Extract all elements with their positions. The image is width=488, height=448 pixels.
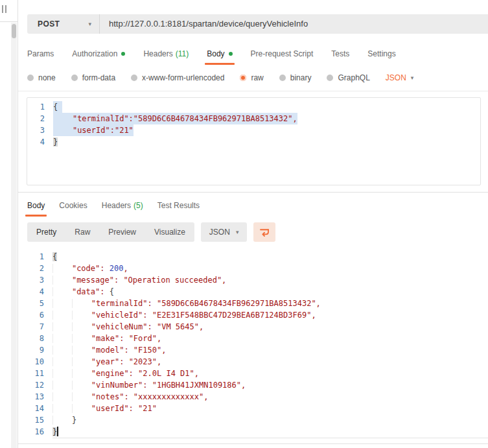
code-line: 6 "vehicleId": "E2E31F548BBC47D29BEA6B71…	[27, 309, 488, 321]
code-line: 2 "code": 200,	[27, 263, 488, 274]
tab-headers[interactable]: Headers(11)	[143, 49, 189, 60]
response-tab-body[interactable]: Body	[27, 201, 45, 211]
body-language-label: JSON	[386, 73, 406, 82]
view-mode-visualize[interactable]: Visualize	[145, 222, 194, 242]
line-number: 1	[27, 101, 53, 113]
chevron-down-icon: ▾	[88, 21, 91, 27]
view-mode-raw[interactable]: Raw	[65, 222, 99, 242]
code-line-text: "notes": "xxxxxxxxxxxxx",	[52, 391, 208, 403]
rail-divider	[0, 21, 17, 22]
code-line-text: "code": 200,	[52, 263, 128, 274]
tab-params[interactable]: Params	[27, 49, 54, 60]
line-number: 3	[27, 124, 53, 136]
body-type-none[interactable]: none	[27, 73, 56, 82]
panel-drag-handle-icon[interactable]	[2, 5, 6, 13]
code-line: 7 "vehicleNum": "VM 5645",	[27, 321, 488, 333]
tab-label: Body	[27, 201, 45, 210]
tab-authorization[interactable]: Authorization	[72, 49, 125, 60]
radio-icon	[327, 75, 333, 81]
code-line: 13 "notes": "xxxxxxxxxxxxx",	[27, 391, 488, 403]
body-type-raw[interactable]: raw	[240, 73, 263, 82]
line-number: 2	[27, 113, 53, 124]
tab-label: Params	[27, 49, 54, 58]
tab-label: Body	[207, 49, 224, 58]
code-line-text: "engine": "2.0L I4 D1",	[52, 368, 199, 379]
code-line-text: }	[52, 414, 76, 426]
code-line: 16}	[27, 426, 488, 438]
code-line-text: "vehicleId": "E2E31F548BBC47D29BEA6B7124…	[52, 309, 316, 321]
code-line: 11 "engine": "2.0L I4 D1",	[27, 368, 488, 379]
tab-label: Pre-request Script	[251, 49, 314, 58]
code-line: 2 "terminalId":"589D6C6B4678434FB962971B…	[27, 113, 480, 124]
line-number: 15	[27, 414, 52, 426]
code-line-text: }	[53, 136, 58, 148]
code-line: 9 "model": "F150",	[27, 344, 488, 356]
line-number: 4	[27, 136, 53, 148]
url-input[interactable]: http://127.0.0.1:8181/spartan/device/que…	[100, 14, 488, 34]
radio-label: form-data	[82, 73, 115, 82]
radio-label: binary	[290, 73, 312, 82]
response-language-dropdown[interactable]: JSON ▾	[201, 222, 248, 242]
radio-label: raw	[251, 73, 263, 82]
line-number: 9	[27, 344, 52, 356]
vertical-scrollbar[interactable]	[11, 23, 17, 448]
code-line-text: "userId": "21"	[52, 403, 157, 414]
response-tab-test-results[interactable]: Test Results	[157, 201, 200, 211]
radio-label: x-www-form-urlencoded	[142, 73, 224, 82]
tab-count-badge: (11)	[176, 49, 189, 58]
request-body-editor[interactable]: 1{ 2 "terminalId":"589D6C6B4678434FB9629…	[27, 97, 481, 185]
code-line: 4}	[27, 136, 480, 148]
code-line: 5 "terminalId": "589D6C6B4678434FB962971…	[27, 298, 488, 309]
radio-icon	[27, 75, 34, 81]
line-number: 10	[27, 356, 52, 368]
code-line-text: "vehicleNum": "VM 5645",	[52, 321, 203, 333]
line-number: 4	[27, 286, 52, 298]
pane-splitter[interactable]	[18, 192, 488, 193]
response-body-viewer[interactable]: 1{2 "code": 200,3 "message": "Operation …	[27, 251, 488, 438]
line-number: 1	[27, 251, 52, 263]
code-line: 3 "userId":"21"	[27, 124, 480, 136]
view-mode-pretty[interactable]: Pretty	[27, 222, 65, 242]
tab-settings[interactable]: Settings	[367, 49, 395, 60]
tab-body[interactable]: Body	[207, 49, 232, 60]
radio-icon	[279, 75, 286, 81]
body-language-dropdown[interactable]: JSON▾	[386, 73, 414, 82]
scrollbar-thumb[interactable]	[12, 24, 16, 38]
radio-icon	[131, 75, 137, 81]
body-type-form-data[interactable]: form-data	[71, 73, 115, 82]
chevron-down-icon: ▾	[411, 75, 414, 81]
code-line-text: "terminalId": "589D6C6B4678434FB962971BA…	[52, 298, 321, 309]
request-response-panel: POST ▾ http://127.0.0.1:8181/spartan/dev…	[18, 0, 488, 448]
wrap-text-button[interactable]	[253, 222, 275, 242]
green-status-dot-icon	[229, 52, 233, 56]
code-line: 8 "make": "Ford",	[27, 333, 488, 344]
response-tab-cookies[interactable]: Cookies	[59, 201, 87, 211]
code-line: 4 "data": {	[27, 286, 488, 298]
line-number: 13	[27, 391, 52, 403]
view-mode-group: PrettyRawPreviewVisualize	[27, 222, 194, 242]
view-mode-preview[interactable]: Preview	[99, 222, 145, 242]
body-type-graphql[interactable]: GraphQL	[327, 73, 369, 82]
tab-tests[interactable]: Tests	[331, 49, 349, 60]
radio-label: GraphQL	[338, 73, 369, 82]
code-line-text: "make": "Ford",	[52, 333, 161, 344]
code-line-text: {	[53, 101, 62, 113]
code-line-text: "message": "Operation succeeded",	[52, 274, 226, 286]
code-line: 1{	[27, 101, 480, 113]
radio-icon	[71, 75, 78, 81]
code-line-text: "terminalId":"589D6C6B4678434FB962971BA8…	[53, 113, 297, 124]
radio-selected-icon	[240, 75, 246, 81]
method-dropdown[interactable]: POST ▾	[27, 14, 100, 34]
code-line-text: "year": "2023",	[52, 356, 161, 368]
response-tabs: BodyCookiesHeaders(5)Test Results	[27, 201, 488, 211]
text-cursor	[57, 427, 58, 436]
code-line-text: "vinNumber": "1HGBH41JXMN109186",	[52, 379, 246, 391]
response-tab-headers[interactable]: Headers(5)	[102, 201, 143, 211]
line-number: 8	[27, 333, 52, 344]
tab-pre-request-script[interactable]: Pre-request Script	[251, 49, 314, 60]
code-line: 15 }	[27, 414, 488, 426]
body-type-x-www-form-urlencoded[interactable]: x-www-form-urlencoded	[131, 73, 224, 82]
code-line: 10 "year": "2023",	[27, 356, 488, 368]
code-line-text: {	[52, 251, 57, 263]
body-type-binary[interactable]: binary	[279, 73, 312, 82]
